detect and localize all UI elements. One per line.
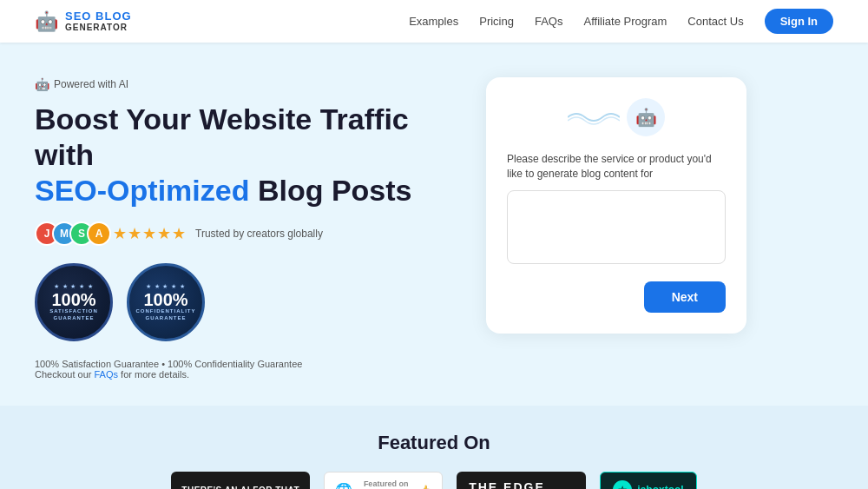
card-logo: 🤖	[568, 98, 665, 136]
avatar-4: A	[87, 221, 111, 246]
nav-pricing[interactable]: Pricing	[479, 15, 514, 28]
headline-line2: Blog Posts	[258, 174, 412, 207]
featured-topai: 🌐 Featured on TopAI.tools 👍	[324, 472, 443, 489]
faqs-link[interactable]: FAQs	[95, 369, 119, 380]
logo-icon: 🤖	[35, 10, 58, 33]
topai-icon: 🌐	[335, 482, 352, 489]
featured-title: Featured On	[35, 432, 833, 454]
badge2-number: 100%	[143, 291, 187, 308]
guarantee-line1: 100% Satisfaction Guarantee • 100% Confi…	[35, 359, 302, 369]
headline-highlight: SEO-Optimized	[35, 174, 249, 207]
logo-text: SEO BLOG GENERATOR	[65, 10, 132, 32]
left-content: 🤖 Powered with AI Boost Your Website Tra…	[35, 77, 451, 380]
featured-there: THERE'S AN AI FOR THAT	[171, 472, 310, 489]
there-text: THERE'S AN AI FOR THAT	[181, 486, 299, 489]
card-description: Please describe the service or product y…	[507, 152, 726, 182]
logo-generator: GENERATOR	[65, 23, 132, 32]
topai-featured: Featured on	[358, 479, 414, 488]
badge1-stars: ★ ★ ★ ★ ★	[54, 283, 95, 290]
featured-edge: THE EDGE YOUR WEEKLY AI NEWSLETTER	[457, 472, 586, 489]
nav-faqs[interactable]: FAQs	[535, 15, 563, 28]
guarantee-line2: Checkout our	[35, 369, 91, 380]
nav-examples[interactable]: Examples	[409, 15, 458, 28]
card-icon: 🤖	[627, 98, 665, 136]
trusted-text: Trusted by creators globally	[195, 228, 323, 240]
topai-text: Featured on TopAI.tools	[358, 479, 414, 489]
logo-seo-blog: SEO BLOG	[65, 10, 132, 23]
featured-logos: THERE'S AN AI FOR THAT 🌐 Featured on Top…	[35, 472, 833, 489]
powered-badge: 🤖 Powered with AI	[35, 77, 451, 91]
nav-affiliate[interactable]: Affiliate Program	[583, 15, 667, 28]
navbar: 🤖 SEO BLOG GENERATOR Examples Pricing FA…	[0, 0, 868, 43]
badge1-label: SATISFACTIONGUARANTEE	[49, 308, 98, 322]
main-section: 🤖 Powered with AI Boost Your Website Tra…	[0, 43, 868, 406]
badges-row: ★ ★ ★ ★ ★ 100% SATISFACTIONGUARANTEE ★ ★…	[35, 263, 451, 341]
form-card: 🤖 Please describe the service or product…	[486, 77, 746, 334]
badge1-number: 100%	[51, 291, 95, 308]
badge2-label: CONFIDENTIALITYGUARANTEE	[136, 308, 196, 322]
social-proof: J M S A ★★★★★ Trusted by creators global…	[35, 221, 451, 246]
guarantee-line3: for more details.	[121, 369, 189, 380]
satisfaction-badge: ★ ★ ★ ★ ★ 100% SATISFACTIONGUARANTEE	[35, 263, 113, 341]
card-header: 🤖	[507, 98, 726, 136]
star-rating: ★★★★★	[113, 224, 187, 243]
headline: Boost Your Website Traffic with SEO-Opti…	[35, 102, 451, 208]
featured-section: Featured On THERE'S AN AI FOR THAT 🌐 Fea…	[0, 406, 868, 489]
blog-content-input[interactable]	[507, 190, 726, 264]
logo: 🤖 SEO BLOG GENERATOR	[35, 10, 132, 33]
headline-line1: Boost Your Website Traffic with	[35, 102, 409, 171]
signin-button[interactable]: Sign In	[765, 9, 833, 34]
next-button[interactable]: Next	[644, 281, 726, 313]
avatars: J M S A	[35, 221, 104, 246]
iabox-text: iaboxtool	[637, 484, 683, 489]
guarantee-text: 100% Satisfaction Guarantee • 100% Confi…	[35, 359, 451, 380]
nav-contact[interactable]: Contact Us	[687, 15, 743, 28]
edge-title: THE EDGE	[469, 480, 545, 489]
confidentiality-badge: ★ ★ ★ ★ ★ 100% CONFIDENTIALITYGUARANTEE	[127, 263, 205, 341]
nav-links: Examples Pricing FAQs Affiliate Program …	[409, 9, 833, 34]
ai-icon: 🤖	[35, 77, 49, 91]
badge2-stars: ★ ★ ★ ★ ★	[146, 283, 187, 290]
iabox-icon: ☆	[613, 480, 632, 489]
topai-emoji: 👍	[419, 485, 431, 489]
featured-iabox: ☆ iaboxtool	[600, 472, 696, 489]
powered-text: Powered with AI	[54, 78, 128, 90]
wave-decoration	[568, 109, 620, 126]
